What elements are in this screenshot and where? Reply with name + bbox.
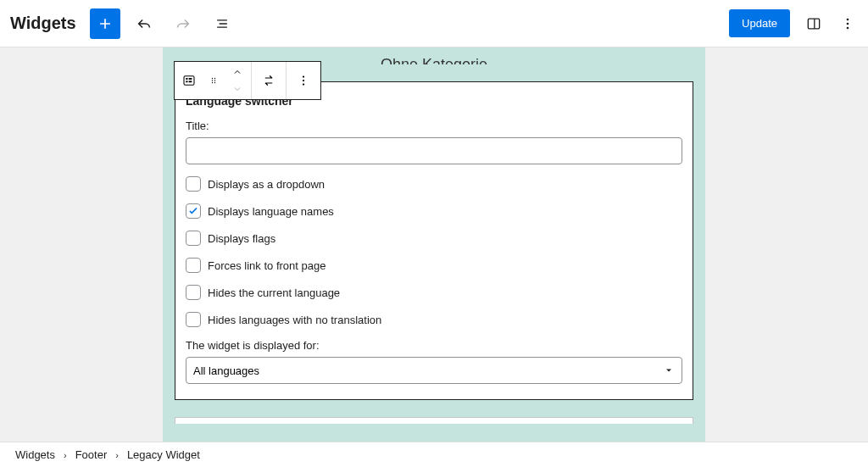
- svg-rect-0: [808, 19, 819, 29]
- plus-icon: [97, 15, 114, 32]
- checkbox-dropdown[interactable]: [186, 176, 201, 192]
- option-flags: Displays flags: [186, 231, 682, 246]
- widget-area: Ohne Kategorie: [163, 47, 705, 442]
- legacy-widget-body: Language switcher Title: Displays as a d…: [175, 81, 693, 400]
- svg-point-10: [212, 78, 213, 79]
- svg-point-18: [303, 83, 304, 85]
- svg-point-17: [303, 80, 304, 81]
- chevron-right-icon: ›: [115, 450, 119, 460]
- svg-point-15: [214, 82, 215, 83]
- breadcrumb-item[interactable]: Legacy Widget: [127, 448, 200, 461]
- option-dropdown: Displays as a dropdown: [186, 176, 682, 192]
- block-type-button[interactable]: [175, 62, 203, 99]
- block-more-button[interactable]: [287, 62, 320, 99]
- svg-rect-6: [186, 78, 187, 80]
- settings-panel-icon: [805, 15, 822, 32]
- svg-rect-8: [186, 81, 187, 82]
- next-block-peek: [175, 417, 693, 424]
- move-down-button[interactable]: [227, 81, 248, 97]
- page-title: Widgets: [10, 14, 76, 33]
- checkbox-names[interactable]: [186, 203, 201, 219]
- checkbox-flags[interactable]: [186, 231, 201, 246]
- svg-rect-9: [189, 81, 192, 82]
- svg-point-14: [212, 82, 213, 83]
- svg-point-2: [847, 18, 849, 20]
- breadcrumb: Widgets › Footer › Legacy Widget: [0, 442, 868, 467]
- option-hidecurr: Hides the current language: [186, 285, 682, 300]
- drag-icon: [209, 73, 219, 88]
- svg-rect-5: [184, 76, 194, 86]
- undo-icon: [135, 14, 153, 33]
- svg-point-12: [212, 80, 213, 81]
- checkbox-hidenotr[interactable]: [186, 312, 201, 327]
- option-front: Forces link to front page: [186, 258, 682, 273]
- option-hidenotr: Hides languages with no translation: [186, 312, 682, 327]
- checkbox-front[interactable]: [186, 258, 201, 273]
- display-for-select[interactable]: All languages: [186, 357, 682, 384]
- title-label: Title:: [186, 120, 682, 132]
- breadcrumb-item[interactable]: Widgets: [15, 448, 55, 461]
- move-up-button[interactable]: [227, 64, 248, 81]
- svg-point-13: [214, 80, 215, 81]
- svg-point-11: [214, 78, 215, 79]
- block-toolbar: [174, 61, 321, 100]
- chevron-up-icon: [232, 64, 242, 80]
- header-more-button[interactable]: [837, 15, 858, 32]
- option-names: Displays language names: [186, 203, 682, 219]
- chevron-down-icon: [232, 81, 242, 97]
- transform-icon: [261, 73, 276, 88]
- option-label: Hides the current language: [208, 286, 340, 299]
- display-for-label: The widget is displayed for:: [186, 339, 682, 352]
- checkbox-hidecurr[interactable]: [186, 285, 201, 300]
- svg-point-16: [303, 75, 304, 77]
- add-block-button[interactable]: [90, 8, 120, 39]
- drag-handle[interactable]: [203, 62, 224, 99]
- redo-button[interactable]: [168, 8, 198, 39]
- breadcrumb-item[interactable]: Footer: [75, 448, 108, 461]
- svg-rect-7: [189, 78, 192, 80]
- option-label: Displays language names: [208, 205, 334, 218]
- list-view-button[interactable]: [207, 8, 237, 39]
- option-label: Displays flags: [208, 232, 275, 245]
- editor-canvas[interactable]: Ohne Kategorie: [0, 47, 868, 442]
- update-button[interactable]: Update: [729, 9, 790, 37]
- svg-point-3: [847, 22, 849, 25]
- svg-point-4: [847, 26, 849, 29]
- selected-block[interactable]: Language switcher Title: Displays as a d…: [175, 81, 693, 400]
- redo-icon: [174, 14, 192, 33]
- option-label: Hides languages with no translation: [208, 314, 381, 326]
- settings-panel-toggle[interactable]: [798, 8, 829, 39]
- chevron-right-icon: ›: [64, 450, 67, 460]
- undo-button[interactable]: [129, 8, 159, 39]
- list-view-icon: [214, 15, 231, 32]
- transform-button[interactable]: [252, 62, 286, 99]
- check-icon: [187, 205, 199, 217]
- editor-header: Widgets Update: [0, 0, 868, 47]
- title-input[interactable]: [186, 137, 682, 164]
- option-label: Forces link to front page: [208, 259, 326, 272]
- more-icon: [296, 73, 311, 88]
- more-icon: [839, 15, 856, 32]
- option-label: Displays as a dropdown: [208, 178, 325, 191]
- block-type-icon: [181, 73, 197, 88]
